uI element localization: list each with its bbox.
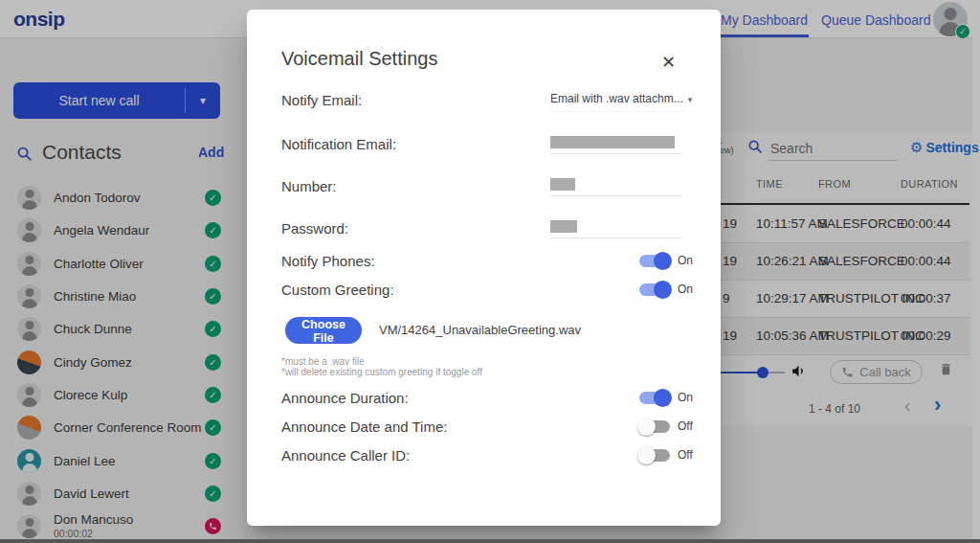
announce-callerid-state: Off <box>678 448 693 462</box>
password-input[interactable] <box>550 218 681 238</box>
voicemail-settings-modal: Voicemail Settings ✕ Notify Email: Email… <box>247 10 721 526</box>
toggle-knob <box>654 281 672 299</box>
announce-datetime-label: Announce Date and Time: <box>281 419 447 435</box>
field-announce-callerid: Announce Caller ID: Off <box>247 447 721 470</box>
announce-datetime-state: Off <box>678 419 693 433</box>
note-line: *must be a .wav file <box>281 356 482 367</box>
notify-email-label: Notify Email: <box>281 92 362 108</box>
greeting-file-name: VM/14264_UnavailableGreeting.wav <box>379 323 581 337</box>
toggle-knob <box>654 389 672 407</box>
field-password: Password: <box>247 220 721 243</box>
field-number: Number: <box>247 178 721 201</box>
number-label: Number: <box>281 178 337 194</box>
redacted-value <box>550 178 575 191</box>
chevron-down-icon: ▾ <box>688 95 693 104</box>
toggle-knob <box>637 418 656 436</box>
announce-callerid-toggle[interactable] <box>639 449 670 462</box>
modal-title: Voicemail Settings <box>281 48 437 70</box>
announce-duration-toggle[interactable] <box>639 392 670 404</box>
notify-email-value: Email with .wav attachm... <box>550 92 683 105</box>
number-input[interactable] <box>550 176 681 196</box>
field-notify-email: Notify Email: Email with .wav attachm...… <box>247 92 721 115</box>
field-notification-email: Notification Email: <box>247 136 721 159</box>
redacted-value <box>550 136 675 148</box>
greeting-notes: *must be a .wav file *will delete existi… <box>281 356 482 377</box>
choose-file-button[interactable]: Choose File <box>285 317 362 344</box>
window-bottom-edge <box>0 539 980 543</box>
notify-phones-state: On <box>678 254 693 267</box>
redacted-value <box>550 220 577 233</box>
notification-email-label: Notification Email: <box>281 136 396 152</box>
field-notify-phones: Notify Phones: On <box>247 253 721 276</box>
notify-email-select[interactable]: Email with .wav attachm...▾ <box>550 92 684 112</box>
notification-email-input[interactable] <box>550 134 681 154</box>
announce-duration-state: On <box>678 391 693 404</box>
announce-datetime-toggle[interactable] <box>639 420 670 433</box>
announce-duration-label: Announce Duration: <box>281 390 409 406</box>
password-label: Password: <box>281 220 348 237</box>
custom-greeting-toggle[interactable] <box>639 283 670 296</box>
announce-callerid-label: Announce Caller ID: <box>281 447 410 464</box>
field-custom-greeting: Custom Greeting: On <box>247 282 721 305</box>
field-announce-duration: Announce Duration: On <box>247 390 721 413</box>
note-line: *will delete existing custom greeting if… <box>281 367 482 377</box>
close-icon[interactable]: ✕ <box>661 52 676 73</box>
notify-phones-label: Notify Phones: <box>281 253 375 269</box>
field-announce-datetime: Announce Date and Time: Off <box>247 419 721 441</box>
notify-phones-toggle[interactable] <box>639 255 670 267</box>
custom-greeting-label: Custom Greeting: <box>281 282 394 298</box>
toggle-knob <box>654 252 672 270</box>
toggle-knob <box>637 446 656 464</box>
custom-greeting-state: On <box>678 283 693 296</box>
